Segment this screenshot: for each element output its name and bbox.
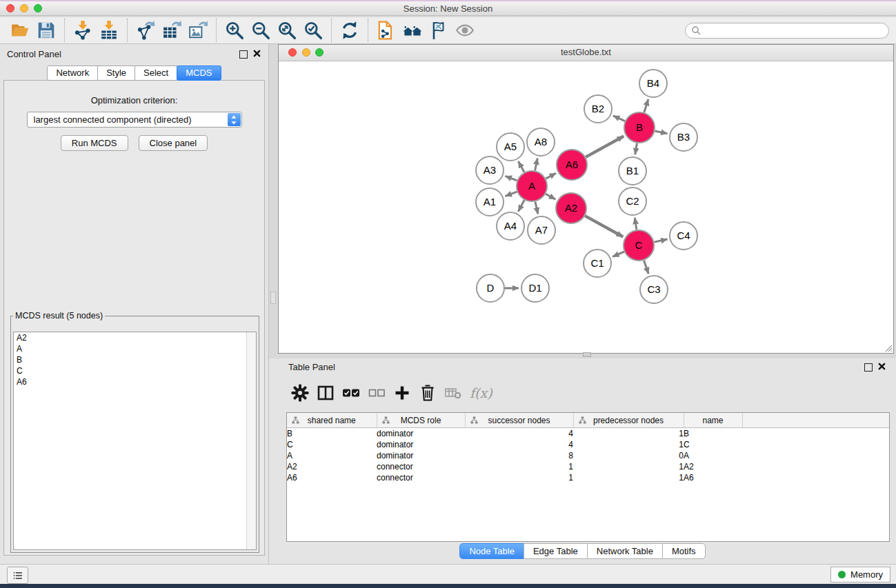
graph-edge-B-B3[interactable]	[655, 131, 667, 134]
graph-edge-C-C4[interactable]	[654, 239, 667, 242]
home-icon[interactable]	[403, 21, 422, 40]
column-header-name[interactable]: name	[684, 413, 742, 428]
add-row-icon[interactable]	[393, 384, 411, 402]
close-table-panel-icon[interactable]	[878, 363, 886, 370]
graph-node-A6[interactable]: A6	[557, 150, 587, 180]
tab-mcds[interactable]: MCDS	[177, 65, 221, 81]
show-hide-panel-icon[interactable]	[455, 21, 475, 40]
cell-shared_name[interactable]: A2	[287, 461, 377, 472]
cell-predecessor_nodes[interactable]: 1	[573, 439, 684, 450]
float-panel-icon[interactable]	[239, 50, 248, 59]
mcds-result-item[interactable]: B	[14, 354, 256, 365]
table-row[interactable]: A2connector11A2	[287, 461, 889, 472]
graph-node-D[interactable]: D	[477, 274, 504, 302]
graph-node-B1[interactable]: B1	[619, 157, 646, 185]
import-table-icon[interactable]	[99, 21, 119, 40]
close-panel-button[interactable]: Close panel	[139, 135, 208, 151]
cell-predecessor_nodes[interactable]: 0	[573, 450, 684, 461]
graph-node-C3[interactable]: C3	[640, 276, 668, 303]
graph-edge-C-C1[interactable]	[613, 252, 624, 256]
graph-node-C4[interactable]: C4	[670, 222, 697, 250]
cell-successor_nodes[interactable]: 4	[465, 439, 573, 450]
import-network-icon[interactable]	[73, 21, 92, 40]
table-row[interactable]: A6connector11A6	[287, 472, 889, 483]
tab-style[interactable]: Style	[97, 65, 135, 81]
search-box[interactable]	[685, 23, 889, 39]
vertical-splitter-handle[interactable]	[270, 292, 276, 304]
cell-mcds_role[interactable]: dominator	[377, 439, 465, 450]
settings-gear-icon[interactable]	[291, 384, 309, 402]
clone-network-icon[interactable]	[377, 21, 396, 40]
graph-node-A3[interactable]: A3	[476, 156, 504, 184]
close-panel-icon[interactable]	[253, 50, 261, 57]
graph-node-A7[interactable]: A7	[528, 216, 555, 244]
panel-menu-button[interactable]	[7, 567, 28, 584]
zoom-selected-icon[interactable]	[303, 21, 323, 40]
column-header-successor-nodes[interactable]: successor nodes	[465, 413, 573, 428]
network-canvas[interactable]: B4B2BB3A8A5A6A3B1AC2A1A2A4A7C4CC1DD1C3	[279, 61, 893, 353]
tab-network[interactable]: Network	[47, 65, 98, 81]
graph-edge-A-A7[interactable]	[535, 201, 538, 214]
mcds-result-item[interactable]: A6	[14, 376, 256, 387]
graph-edge-B-B4[interactable]	[644, 99, 648, 112]
graph-edge-C-C3[interactable]	[644, 261, 648, 274]
mcds-result-item[interactable]: A2	[14, 332, 256, 343]
graph-node-A1[interactable]: A1	[476, 188, 504, 216]
float-table-panel-icon[interactable]	[864, 363, 873, 372]
open-file-icon[interactable]	[10, 21, 30, 40]
graph-node-B3[interactable]: B3	[670, 123, 697, 151]
graph-node-C1[interactable]: C1	[584, 250, 611, 277]
graph-node-A2[interactable]: A2	[556, 193, 586, 223]
graph-edge-A-A2[interactable]	[546, 194, 555, 199]
cell-name[interactable]: A6	[684, 472, 742, 483]
cell-name[interactable]: B	[684, 428, 742, 440]
graph-node-B4[interactable]: B4	[639, 70, 667, 97]
save-session-icon[interactable]	[37, 21, 56, 40]
cell-shared_name[interactable]: A	[287, 450, 377, 461]
zoom-out-icon[interactable]	[251, 21, 270, 40]
memory-button[interactable]: Memory	[830, 567, 890, 582]
cell-predecessor_nodes[interactable]: 1	[573, 461, 684, 472]
graph-node-A4[interactable]: A4	[497, 212, 524, 240]
table-row[interactable]: Adominator80A	[287, 450, 889, 461]
graph-edge-A-A6[interactable]	[546, 173, 556, 179]
table-row[interactable]: Cdominator41C	[287, 439, 889, 450]
select-all-icon[interactable]	[342, 384, 360, 402]
cell-mcds_role[interactable]: dominator	[377, 428, 465, 440]
column-header-predecessor-nodes[interactable]: predecessor nodes	[573, 413, 684, 428]
cell-shared_name[interactable]: C	[287, 439, 377, 450]
refresh-layout-icon[interactable]	[340, 21, 359, 40]
search-input[interactable]	[704, 25, 888, 36]
cell-mcds_role[interactable]: connector	[377, 472, 465, 483]
tab-node-table[interactable]: Node Table	[459, 543, 524, 559]
graph-node-A5[interactable]: A5	[497, 133, 524, 161]
graph-edge-A2-C[interactable]	[585, 216, 623, 236]
delete-row-icon[interactable]	[419, 384, 437, 402]
cell-successor_nodes[interactable]: 8	[465, 450, 573, 461]
graph-edge-A-A8[interactable]	[535, 159, 538, 171]
cell-predecessor_nodes[interactable]: 1	[573, 428, 684, 440]
zoom-fit-icon[interactable]	[277, 21, 297, 40]
column-layout-icon[interactable]	[317, 384, 335, 402]
graph-edge-A6-B[interactable]	[586, 136, 624, 157]
cell-shared_name[interactable]: A6	[287, 472, 377, 483]
cell-mcds_role[interactable]: connector	[377, 461, 465, 472]
graph-node-C[interactable]: C	[624, 230, 654, 261]
tab-edge-table[interactable]: Edge Table	[524, 543, 588, 559]
mcds-result-item[interactable]: C	[14, 365, 256, 376]
result-scrollbar[interactable]	[246, 332, 256, 549]
column-header-MCDS-role[interactable]: MCDS role	[377, 413, 465, 428]
graph-node-B2[interactable]: B2	[584, 95, 612, 123]
cell-predecessor_nodes[interactable]: 1	[573, 472, 684, 483]
deselect-all-icon[interactable]	[368, 384, 386, 402]
cell-shared_name[interactable]: B	[287, 428, 377, 440]
graph-edge-B-B2[interactable]	[613, 116, 625, 121]
criterion-select[interactable]: largest connected component (directed)	[27, 112, 242, 128]
export-table-icon[interactable]	[162, 21, 181, 40]
cell-name[interactable]: A	[684, 450, 742, 461]
graph-node-D1[interactable]: D1	[521, 274, 549, 302]
graph-edge-A-A1[interactable]	[505, 192, 517, 196]
column-header-shared-name[interactable]: shared name	[287, 413, 377, 428]
run-mcds-button[interactable]: Run MCDS	[61, 135, 128, 151]
horizontal-splitter-handle[interactable]	[583, 352, 591, 357]
